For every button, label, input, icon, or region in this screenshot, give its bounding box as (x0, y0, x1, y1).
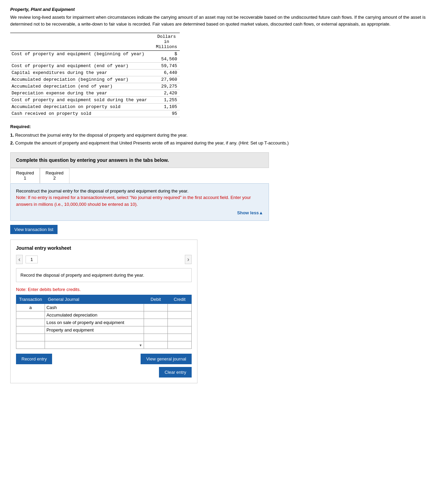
table-row: Cash received on property sold95 (10, 110, 180, 117)
journal-credit-cell[interactable] (168, 304, 192, 311)
data-table: Dollars in Millions Cost of property and… (10, 33, 180, 117)
table-cell-label: Capital expenditures during the year (10, 70, 153, 76)
journal-row: aCash (16, 304, 192, 311)
journal-account-cell: Accumulated depreciation (45, 311, 144, 319)
debit-input[interactable] (144, 304, 167, 311)
table-row: Cost of property and equipment (end of y… (10, 63, 180, 70)
journal-account-cell: Loss on sale of property and equipment (45, 319, 144, 326)
section-title: Property, Plant and Equipment (10, 7, 438, 12)
worksheet-title: Journal entry worksheet (16, 245, 192, 251)
complete-box-text: Complete this question by entering your … (16, 157, 169, 163)
complete-box: Complete this question by entering your … (10, 152, 269, 168)
required-item: 2. Compute the amount of property and eq… (10, 140, 438, 147)
record-entry-button[interactable]: Record entry (16, 354, 52, 364)
col-credit: Credit (168, 295, 192, 304)
buttons-row-1: Record entry View general journal (16, 354, 192, 364)
journal-debit-cell[interactable] (144, 319, 168, 326)
table-cell-label: Cash received on property sold (10, 110, 153, 117)
journal-credit-cell[interactable] (168, 326, 192, 334)
journal-transaction-cell (16, 341, 45, 349)
table-cell-label: Depreciation expense during the year (10, 90, 153, 97)
table-cell-label: Cost of property and equipment (beginnin… (10, 51, 153, 63)
journal-debit-cell[interactable] (144, 326, 168, 334)
journal-row: Accumulated depreciation (16, 311, 192, 319)
table-row: Cost of property and equipment (beginnin… (10, 51, 180, 63)
debit-input[interactable] (144, 334, 167, 341)
journal-transaction-cell (16, 334, 45, 341)
note-debits: Note: Enter debits before credits. (16, 287, 192, 292)
journal-row: Property and equipment (16, 326, 192, 334)
debit-input[interactable] (144, 319, 167, 326)
table-cell-label: Accumulated depreciation (beginning of y… (10, 76, 153, 83)
journal-transaction-cell (16, 319, 45, 326)
journal-row: ▼ (16, 341, 192, 349)
credit-input[interactable] (168, 341, 191, 349)
col-transaction: Transaction (16, 295, 45, 304)
journal-credit-cell[interactable] (168, 334, 192, 341)
table-cell-value: $ 54,560 (153, 51, 180, 63)
show-less-button[interactable]: Show less▲ (16, 210, 263, 216)
table-cell-label: Accumulated depreciation (end of year) (10, 83, 153, 90)
table-cell-value: 6,440 (153, 70, 180, 76)
credit-input[interactable] (168, 304, 191, 311)
nav-next-button[interactable]: › (185, 255, 192, 264)
worksheet-container: Journal entry worksheet ‹ 1 › Record the… (10, 240, 197, 384)
nav-row: ‹ 1 › (16, 255, 192, 264)
journal-account-cell[interactable]: ▼ (45, 341, 144, 349)
view-transaction-button[interactable]: View transaction list (10, 225, 58, 234)
table-cell-value: 95 (153, 110, 180, 117)
credit-input[interactable] (168, 311, 191, 319)
journal-credit-cell[interactable] (168, 311, 192, 319)
table-header-value: Dollars in Millions (153, 33, 180, 51)
table-cell-label: Cost of property and equipment (end of y… (10, 63, 153, 70)
required-label: Required: (10, 124, 438, 129)
journal-debit-cell[interactable] (144, 341, 168, 349)
col-debit: Debit (144, 295, 168, 304)
intro-text: We review long-lived assets for impairme… (10, 14, 438, 27)
journal-debit-cell[interactable] (144, 311, 168, 319)
journal-account-cell (45, 334, 144, 341)
journal-account-cell: Property and equipment (45, 326, 144, 334)
journal-row (16, 334, 192, 341)
required-item: 1. Reconstruct the journal entry for the… (10, 132, 438, 139)
table-row: Accumulated depreciation (beginning of y… (10, 76, 180, 83)
tab-required-1[interactable]: Required 1 (10, 168, 40, 183)
journal-table: Transaction General Journal Debit Credit… (16, 295, 192, 349)
col-general-journal: General Journal (45, 295, 144, 304)
credit-input[interactable] (168, 326, 191, 334)
journal-credit-cell[interactable] (168, 319, 192, 326)
tab-required-2[interactable]: Required 2 (40, 168, 69, 183)
journal-debit-cell[interactable] (144, 304, 168, 311)
table-cell-label: Cost of property and equipment sold duri… (10, 97, 153, 104)
journal-account-cell: Cash (45, 304, 144, 311)
clear-entry-button[interactable]: Clear entry (159, 367, 192, 378)
debit-input[interactable] (144, 311, 167, 319)
journal-credit-cell[interactable] (168, 341, 192, 349)
nav-prev-button[interactable]: ‹ (16, 255, 23, 264)
tabs-container: Required 1Required 2 (10, 168, 269, 183)
table-row: Capital expenditures during the year6,44… (10, 70, 180, 76)
debit-input[interactable] (144, 341, 167, 349)
required-list: 1. Reconstruct the journal entry for the… (10, 132, 438, 147)
table-cell-value: 1,255 (153, 97, 180, 104)
table-cell-value: 27,960 (153, 76, 180, 83)
account-input[interactable] (46, 342, 142, 348)
journal-transaction-cell (16, 311, 45, 319)
journal-row: Loss on sale of property and equipment (16, 319, 192, 326)
instruction-main: Reconstruct the journal entry for the di… (16, 188, 263, 195)
view-general-journal-button[interactable]: View general journal (141, 354, 192, 364)
table-cell-value: 29,275 (153, 83, 180, 90)
journal-transaction-cell: a (16, 304, 45, 311)
instruction-note: Note: If no entry is required for a tran… (16, 194, 263, 207)
table-row: Accumulated depreciation (end of year)29… (10, 83, 180, 90)
buttons-row-2: Clear entry (16, 367, 192, 378)
instruction-box: Reconstruct the journal entry for the di… (10, 183, 269, 221)
table-row: Accumulated depreciation on property sol… (10, 104, 180, 110)
journal-debit-cell[interactable] (144, 334, 168, 341)
table-cell-value: 2,420 (153, 90, 180, 97)
description-box: Record the disposal of property and equi… (16, 268, 192, 282)
credit-input[interactable] (168, 334, 191, 341)
table-row: Depreciation expense during the year2,42… (10, 90, 180, 97)
debit-input[interactable] (144, 326, 167, 334)
credit-input[interactable] (168, 319, 191, 326)
